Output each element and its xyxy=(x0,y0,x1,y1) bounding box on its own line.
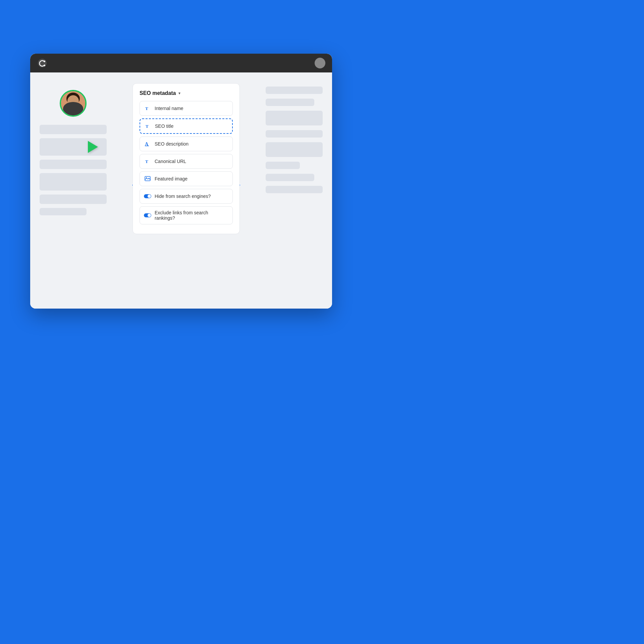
svg-point-9 xyxy=(72,105,74,106)
svg-rect-10 xyxy=(61,111,85,115)
right-placeholder xyxy=(266,130,323,138)
avatar xyxy=(60,90,87,117)
browser-window: SEO metadata ▾ T Internal name xyxy=(30,54,332,309)
green-arrow-icon xyxy=(88,141,98,153)
text-icon: T xyxy=(144,122,152,130)
field-label-featured-image: Featured image xyxy=(155,176,187,181)
placeholder-bar xyxy=(40,125,107,134)
field-hide-search[interactable]: Hide from search engines? xyxy=(140,189,233,204)
field-seo-description[interactable]: A SEO description xyxy=(140,137,233,151)
seo-metadata-card[interactable]: SEO metadata ▾ T Internal name xyxy=(132,83,240,234)
browser-content: SEO metadata ▾ T Internal name xyxy=(30,72,332,309)
right-panel xyxy=(266,83,323,298)
field-label-exclude-links: Exclude links from search rankings? xyxy=(155,210,228,221)
app-logo xyxy=(37,58,48,68)
placeholder-bar xyxy=(40,173,107,191)
svg-point-7 xyxy=(70,102,72,104)
text-icon: T xyxy=(144,105,151,112)
image-icon xyxy=(144,175,151,182)
annotation-arrow xyxy=(88,141,98,153)
seo-card-header: SEO metadata ▾ xyxy=(140,90,233,96)
svg-rect-11 xyxy=(70,109,76,113)
svg-point-6 xyxy=(68,105,78,111)
svg-point-5 xyxy=(68,98,78,110)
placeholder-bar xyxy=(40,208,87,215)
svg-text:T: T xyxy=(145,106,148,111)
field-label-hide-search: Hide from search engines? xyxy=(155,194,211,199)
svg-text:T: T xyxy=(146,124,149,129)
placeholder-bar xyxy=(40,195,107,204)
field-canonical-url[interactable]: T Canonical URL xyxy=(140,154,233,169)
field-label-seo-description: SEO description xyxy=(155,141,189,147)
browser-toolbar xyxy=(30,54,332,72)
right-placeholder xyxy=(266,162,300,169)
seo-card-title: SEO metadata xyxy=(140,90,176,96)
text-icon: T xyxy=(144,158,151,165)
left-placeholder-stack xyxy=(40,123,107,215)
right-placeholder xyxy=(266,87,323,94)
right-placeholder xyxy=(266,111,323,125)
text-align-icon: A xyxy=(144,140,151,148)
field-seo-title[interactable]: T SEO title xyxy=(140,118,233,134)
svg-point-1 xyxy=(44,61,45,62)
svg-point-8 xyxy=(75,102,76,104)
field-label-seo-title: SEO title xyxy=(155,123,173,129)
toggle-icon xyxy=(144,212,151,219)
svg-point-4 xyxy=(66,93,80,105)
field-label-internal-name: Internal name xyxy=(155,106,183,111)
right-placeholder xyxy=(266,186,323,193)
left-panel xyxy=(40,83,107,298)
toggle-icon xyxy=(144,193,151,200)
placeholder-bar xyxy=(40,160,107,169)
svg-point-2 xyxy=(44,65,45,66)
center-panel: SEO metadata ▾ T Internal name xyxy=(115,83,258,298)
chevron-down-icon[interactable]: ▾ xyxy=(178,91,180,96)
field-featured-image[interactable]: Featured image xyxy=(140,171,233,186)
right-placeholder xyxy=(266,99,314,106)
avatar-image xyxy=(61,91,85,115)
svg-text:T: T xyxy=(145,159,148,164)
field-exclude-links[interactable]: Exclude links from search rankings? xyxy=(140,206,233,224)
right-placeholder xyxy=(266,174,314,181)
field-label-canonical-url: Canonical URL xyxy=(155,159,186,164)
field-internal-name[interactable]: T Internal name xyxy=(140,101,233,116)
profile-button[interactable] xyxy=(315,58,325,68)
right-placeholder xyxy=(266,142,323,157)
